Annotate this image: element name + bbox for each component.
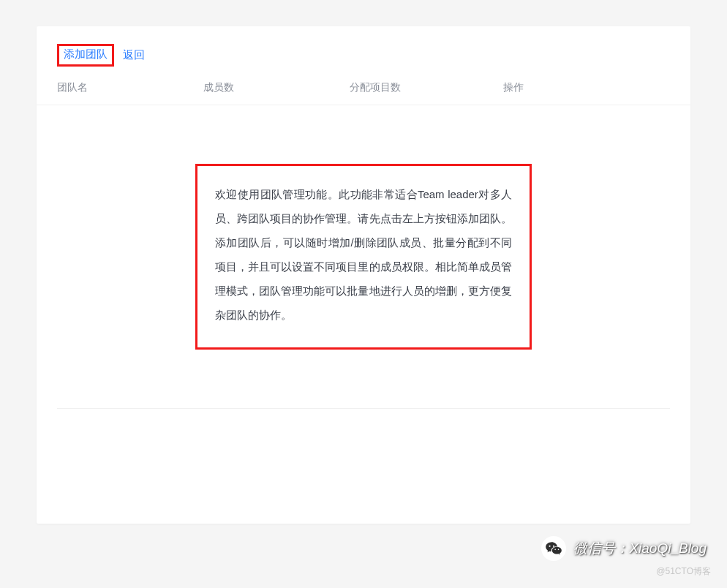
- info-text: 欢迎使用团队管理功能。此功能非常适合Team leader对多人员、跨团队项目的…: [215, 182, 512, 327]
- wechat-icon: [541, 536, 566, 561]
- table-header-projects: 分配项目数: [350, 81, 503, 94]
- content-area: 欢迎使用团队管理功能。此功能非常适合Team leader对多人员、跨团队项目的…: [37, 105, 690, 364]
- back-button[interactable]: 返回: [123, 48, 145, 62]
- bottom-divider: [57, 408, 670, 409]
- table-header-members: 成员数: [203, 81, 350, 94]
- add-team-button[interactable]: 添加团队: [57, 44, 114, 67]
- table-header-name: 团队名: [57, 81, 203, 94]
- toolbar: 添加团队 返回: [37, 26, 690, 74]
- table-header-actions: 操作: [503, 81, 562, 94]
- copyright-text: @51CTO博客: [656, 565, 711, 578]
- wechat-row: 微信号：XiaoQi_Blog: [535, 533, 712, 564]
- wechat-label: 微信号：XiaoQi_Blog: [573, 539, 707, 558]
- main-card: 添加团队 返回 团队名 成员数 分配项目数 操作 欢迎使用团队管理功能。此功能非…: [37, 26, 690, 524]
- wechat-overlay: 微信号：XiaoQi_Blog @51CTO博客: [535, 533, 712, 578]
- table-header: 团队名 成员数 分配项目数 操作: [37, 74, 690, 105]
- info-box: 欢迎使用团队管理功能。此功能非常适合Team leader对多人员、跨团队项目的…: [195, 164, 532, 350]
